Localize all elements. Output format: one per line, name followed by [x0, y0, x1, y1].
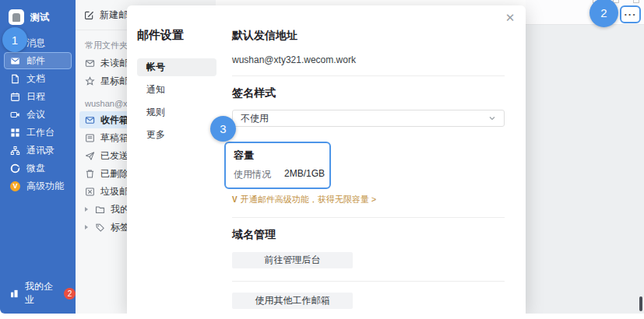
expand-arrow-icon[interactable] [85, 207, 88, 212]
enterprise-building-icon [9, 289, 19, 299]
my-enterprise-item[interactable]: 我的企业 2 [9, 280, 76, 307]
meeting-video-icon [10, 110, 20, 120]
workspace-avatar [9, 9, 24, 25]
domain-heading: 域名管理 [232, 228, 505, 242]
inbox-icon [85, 115, 95, 125]
usage-label: 使用情况 [234, 168, 271, 181]
workbench-grid-icon [10, 128, 20, 138]
trash-icon [85, 169, 95, 179]
sidebar-item-drive[interactable]: 微盘 [4, 160, 72, 177]
mail-icon [10, 56, 20, 66]
sent-plane-icon [85, 151, 95, 161]
calendar-icon [10, 92, 20, 102]
sidebar-item-label: 通讯录 [26, 144, 55, 157]
sidebar-item-label: 消息 [26, 37, 45, 50]
default-address-value: wushan@xty321.wecom.work [232, 54, 505, 65]
sidebar-nav: 消息 邮件 文档 日程 [0, 33, 76, 195]
mail-settings-modal: ✕ 邮件设置 帐号 通知 规则 更多 默认发信地址 wushan@xty321.… [127, 5, 526, 314]
admin-console-button[interactable]: 前往管理后台 [232, 252, 353, 268]
usage-value: 2MB/1GB [284, 168, 325, 181]
annotation-badge-3: 3 [210, 116, 236, 142]
expand-arrow-icon[interactable] [85, 225, 88, 230]
document-icon [10, 74, 20, 84]
folder-item-label: 已删除 [100, 167, 128, 181]
tag-icon [95, 223, 105, 233]
capacity-usage-row: 使用情况 2MB/1GB [234, 168, 329, 181]
sidebar-item-label: 工作台 [26, 126, 55, 139]
sidebar-item-advanced[interactable]: V 高级功能 [4, 177, 72, 195]
sidebar-item-label: 邮件 [26, 54, 45, 68]
signature-heading: 签名样式 [232, 86, 505, 100]
sidebar-item-mail[interactable]: 邮件 [4, 52, 72, 69]
settings-nav-rules[interactable]: 规则 [137, 103, 216, 121]
sidebar-item-label: 会议 [26, 108, 45, 121]
settings-nav-more[interactable]: 更多 [137, 126, 216, 144]
settings-content: 默认发信地址 wushan@xty321.wecom.work 签名样式 不使用… [232, 5, 505, 309]
settings-nav-account[interactable]: 帐号 [137, 58, 216, 76]
section-divider [232, 217, 505, 218]
folder-item-label: 已发送 [100, 149, 128, 163]
star-icon [85, 76, 95, 86]
advanced-features-icon: V [10, 181, 20, 191]
draft-icon [85, 133, 95, 143]
close-icon[interactable]: ✕ [504, 12, 516, 24]
capacity-heading: 容量 [234, 149, 329, 163]
enterprise-count-badge: 2 [64, 288, 76, 300]
unread-mail-icon [85, 58, 95, 68]
folder-icon [95, 205, 105, 215]
close-window-icon[interactable] [633, 0, 639, 3]
sidebar-item-docs[interactable]: 文档 [4, 70, 72, 87]
mail-content-background: ··· [526, 0, 644, 314]
sidebar-item-calendar[interactable]: 日程 [4, 88, 72, 105]
sidebar-item-label: 微盘 [26, 162, 45, 175]
sidebar-item-label: 文档 [26, 72, 45, 86]
annotation-badge-1: 1 [2, 27, 27, 52]
chevron-down-icon [488, 114, 496, 122]
upgrade-link-text: 开通邮件高级功能，获得无限容量 > [241, 194, 376, 205]
folder-item-label: 草稿箱 [100, 131, 128, 145]
more-options-button[interactable]: ··· [620, 5, 641, 23]
scrollbar-thumb[interactable] [639, 296, 642, 311]
signature-selected-value: 不使用 [241, 112, 269, 125]
contacts-org-icon [10, 145, 20, 156]
settings-nav-notifications[interactable]: 通知 [137, 81, 216, 99]
mail-toolbar: ··· [526, 0, 644, 25]
signature-select[interactable]: 不使用 [232, 110, 505, 127]
capacity-highlight-box: 容量 使用情况 2MB/1GB [224, 142, 331, 189]
sidebar-item-workbench[interactable]: 工作台 [4, 124, 72, 141]
workspace-name: 测试 [30, 11, 49, 24]
upgrade-link[interactable]: V 开通邮件高级功能，获得无限容量 > [232, 194, 505, 205]
other-mailbox-button[interactable]: 使用其他工作邮箱 [232, 293, 353, 309]
folder-item-label: 收件箱 [100, 114, 128, 127]
my-enterprise-label: 我的企业 [25, 280, 58, 307]
drive-disk-icon [10, 163, 20, 174]
settings-title: 邮件设置 [137, 28, 232, 43]
sidebar-item-contacts[interactable]: 通讯录 [4, 142, 72, 159]
compose-icon [84, 10, 94, 20]
default-address-heading: 默认发信地址 [232, 29, 505, 43]
sidebar-item-label: 高级功能 [26, 180, 64, 193]
sidebar-item-meeting[interactable]: 会议 [4, 106, 72, 123]
section-divider [232, 75, 505, 76]
sidebar-item-label: 日程 [26, 90, 45, 103]
section-divider [232, 281, 505, 282]
advanced-sparkle-icon: V [232, 195, 238, 204]
spam-icon [85, 187, 95, 197]
wecom-app-window: 测试 消息 邮件 文档 [0, 0, 644, 319]
window-bottom-edge [0, 314, 644, 319]
